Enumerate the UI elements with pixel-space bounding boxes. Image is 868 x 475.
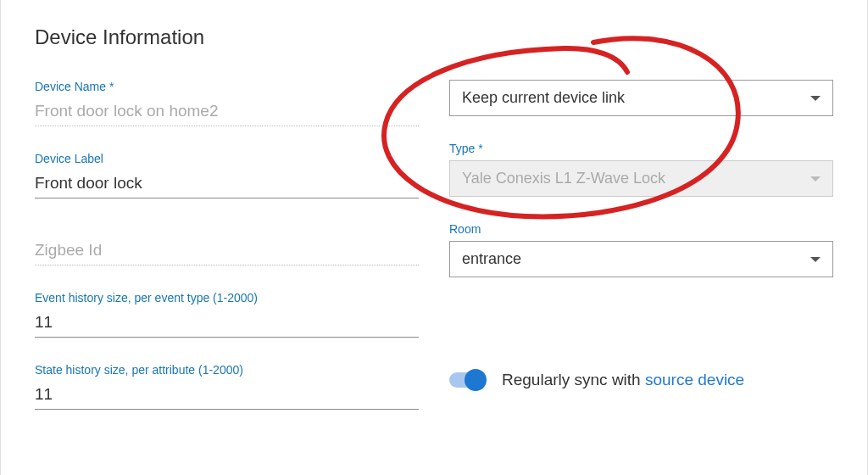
chevron-down-icon — [810, 257, 821, 262]
room-label: Room — [449, 222, 833, 236]
chevron-down-icon — [810, 96, 821, 101]
zigbee-id-input[interactable] — [35, 238, 419, 265]
type-label: Type * — [449, 142, 833, 155]
room-value: entrance — [462, 250, 521, 268]
device-label-input[interactable] — [35, 170, 419, 198]
device-label-label: Device Label — [35, 152, 419, 165]
device-name-label: Device Name * — [35, 80, 419, 93]
type-select: Yale Conexis L1 Z-Wave Lock — [449, 160, 833, 197]
device-name-input[interactable] — [35, 98, 419, 126]
toggle-knob — [465, 369, 487, 391]
state-history-input[interactable] — [35, 382, 419, 410]
sync-label: Regularly sync with source device — [502, 371, 744, 389]
event-history-input[interactable] — [35, 310, 419, 338]
device-link-value: Keep current device link — [462, 89, 625, 107]
chevron-down-icon — [810, 176, 821, 182]
device-link-select[interactable]: Keep current device link — [449, 80, 833, 116]
state-history-label: State history size, per attribute (1-200… — [35, 363, 419, 377]
source-device-link[interactable]: source device — [645, 371, 744, 388]
event-history-label: Event history size, per event type (1-20… — [35, 291, 419, 305]
type-value: Yale Conexis L1 Z-Wave Lock — [462, 170, 665, 187]
section-title: Device Information — [35, 25, 833, 49]
room-select[interactable]: entrance — [449, 241, 833, 277]
sync-toggle[interactable] — [449, 372, 485, 388]
